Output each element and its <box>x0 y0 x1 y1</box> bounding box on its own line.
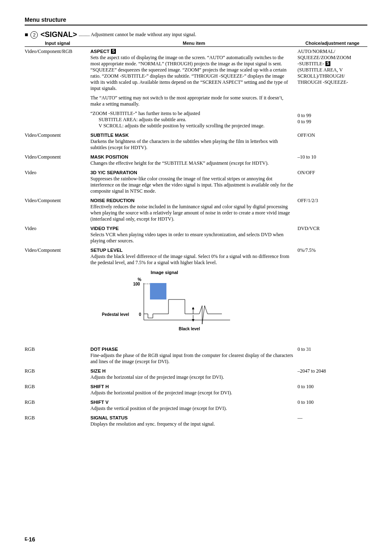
videotype-menu: VIDEO TYPE Selects VCR when playing vide… <box>90 226 297 244</box>
yc-sep-choice: ON/OFF <box>297 170 367 194</box>
yc-sep-row: Video 3D Y/C SEPARATION Suppresses the r… <box>25 170 367 194</box>
setup-menu: SETUP LEVEL Adjusts the black level diff… <box>90 247 297 266</box>
setup-label: SETUP LEVEL <box>90 248 122 253</box>
bullet-icon: ■ <box>25 32 28 38</box>
aspect-sub1: SUBTITLE AREA: adjusts the subtitle area… <box>99 117 186 122</box>
shifth-choice: 0 to 100 <box>297 384 367 396</box>
mask-position-row: Video/Component MASK POSITION Changes th… <box>25 154 367 166</box>
dotphase-choice: 0 to 31 <box>297 346 367 365</box>
aspect-p2: The “AUTO” setting may not switch to the… <box>90 95 283 107</box>
dotphase-input: RGB <box>25 346 90 365</box>
diagram-title: Image signal <box>99 270 230 275</box>
shifth-row: RGB SHIFT H Adjusts the horizontal posit… <box>25 384 367 396</box>
signal-desc: Adjustment cannot be made without any in… <box>90 32 196 38</box>
setup-input: Video/Component <box>25 247 90 266</box>
dotphase-label: DOT PHASE <box>90 347 118 352</box>
shifth-label: SHIFT H <box>90 384 109 389</box>
shiftv-label: SHIFT V <box>90 400 108 405</box>
status-row: RGB SIGNAL STATUS Displays the resolutio… <box>25 415 367 427</box>
shifth-input: RGB <box>25 384 90 396</box>
mask-position-label: MASK POSITION <box>90 154 128 159</box>
shiftv-desc: Adjusts the vertical position of the pro… <box>90 405 227 411</box>
aspect-input: Video/Component/RGB <box>25 48 90 129</box>
s-icon: S <box>111 49 116 54</box>
noise-row: Video/Component NOISE REDUCTION Effectiv… <box>25 198 367 222</box>
noise-menu: NOISE REDUCTION Effectively reduces the … <box>90 198 297 222</box>
yc-sep-label: 3D Y/C SEPARATION <box>90 170 137 175</box>
videotype-label: VIDEO TYPE <box>90 226 119 231</box>
aspect-menu: ASPECT S Sets the aspect ratio of displa… <box>90 48 297 129</box>
col-choice-header: Choice/adjustment range <box>297 41 367 46</box>
subtitle-mask-label: SUBTITLE MASK <box>90 133 129 138</box>
dots: ......... <box>79 32 90 38</box>
noise-desc: Effectively reduces the noise included i… <box>90 204 290 222</box>
status-menu: SIGNAL STATUS Displays the resolution an… <box>90 415 297 427</box>
noise-choice: OFF/1/2/3 <box>297 198 367 222</box>
subtitle-mask-input: Video/Component <box>25 132 90 151</box>
setup-choice: 0%/7.5% <box>297 247 367 266</box>
svg-rect-2 <box>150 283 166 299</box>
dotphase-desc: Fine-adjusts the phase of the RGB signal… <box>90 352 293 364</box>
sizeh-menu: SIZE H Adjusts the horizontal size of th… <box>90 368 297 380</box>
col-input-header: Input signal <box>25 41 90 46</box>
hundred-label: 100 <box>133 282 140 286</box>
shiftv-row: RGB SHIFT V Adjusts the vertical positio… <box>25 399 367 412</box>
s-icon: S <box>325 61 331 66</box>
sizeh-desc: Adjusts the horizontal size of the proje… <box>90 374 224 380</box>
videotype-desc: Selects VCR when playing video tapes in … <box>90 232 284 244</box>
yc-sep-input: Video <box>25 170 90 194</box>
aspect-p3: “ZOOM -SUBTITLE-” has further items to b… <box>90 111 200 116</box>
status-label: SIGNAL STATUS <box>90 415 128 420</box>
signal-heading-row: ■ 2 <SIGNAL> ......... Adjustment cannot… <box>25 30 367 39</box>
dotphase-row: RGB DOT PHASE Fine-adjusts the phase of … <box>25 346 367 365</box>
step-number-icon: 2 <box>30 31 38 39</box>
setup-desc: Adjusts the black level difference of th… <box>90 253 289 265</box>
signal-title: <SIGNAL> <box>40 30 77 39</box>
videotype-row: Video VIDEO TYPE Selects VCR when playin… <box>25 226 367 244</box>
yc-sep-menu: 3D Y/C SEPARATION Suppresses the rainbow… <box>90 170 297 194</box>
aspect-sub2: V SCROLL: adjusts the subtitle position … <box>99 123 265 129</box>
black-level-label: Black level <box>179 327 200 331</box>
noise-input: Video/Component <box>25 198 90 222</box>
subtitle-mask-desc: Darkens the brightness of the characters… <box>90 138 278 150</box>
sizeh-input: RGB <box>25 368 90 380</box>
shiftv-menu: SHIFT V Adjusts the vertical position of… <box>90 399 297 412</box>
zero-label: 0 <box>139 312 141 317</box>
pedestal-label: Pedestal level <box>102 312 129 317</box>
shifth-menu: SHIFT H Adjusts the horizontal position … <box>90 384 297 396</box>
setup-row: Video/Component SETUP LEVEL Adjusts the … <box>25 247 367 266</box>
shifth-desc: Adjusts the horizontal position of the p… <box>90 390 232 396</box>
mask-position-desc: Changes the effective height for the “SU… <box>90 160 269 166</box>
shiftv-choice: 0 to 100 <box>297 399 367 412</box>
svg-marker-7 <box>192 319 194 322</box>
dotphase-menu: DOT PHASE Fine-adjusts the phase of the … <box>90 346 297 365</box>
mask-position-choice: –10 to 10 <box>297 154 367 166</box>
videotype-input: Video <box>25 226 90 244</box>
col-menu-header: Menu item <box>90 41 297 46</box>
subtitle-mask-row: Video/Component SUBTITLE MASK Darkens th… <box>25 132 367 151</box>
section-header: Menu structure <box>25 16 367 25</box>
sizeh-label: SIZE H <box>90 368 106 373</box>
noise-label: NOISE REDUCTION <box>90 198 134 203</box>
mask-position-menu: MASK POSITION Changes the effective heig… <box>90 154 297 166</box>
percent-label: % <box>138 277 141 282</box>
signal-diagram-svg: % 100 0 Pedestal level Black level <box>99 275 238 332</box>
aspect-row: Video/Component/RGB ASPECT S Sets the as… <box>25 48 367 129</box>
sizeh-row: RGB SIZE H Adjusts the horizontal size o… <box>25 368 367 380</box>
sizeh-choice: –2047 to 2048 <box>297 368 367 380</box>
yc-sep-desc: Suppresses the rainbow-like color crossi… <box>90 176 293 194</box>
svg-marker-5 <box>192 307 194 309</box>
mask-position-input: Video/Component <box>25 154 90 166</box>
aspect-choice: AUTO/NORMAL/ SQUEEZE/ZOOM/ZOOM -SUBTITLE… <box>297 48 367 129</box>
shiftv-input: RGB <box>25 399 90 412</box>
aspect-label: ASPECT <box>90 49 110 54</box>
aspect-p1: Sets the aspect ratio of displaying the … <box>90 55 288 91</box>
status-choice: — <box>297 415 367 427</box>
subtitle-mask-choice: OFF/ON <box>297 132 367 151</box>
status-input: RGB <box>25 415 90 427</box>
column-headers: Input signal Menu item Choice/adjustment… <box>25 41 367 47</box>
subtitle-mask-menu: SUBTITLE MASK Darkens the brightness of … <box>90 132 297 151</box>
videotype-choice: DVD/VCR <box>297 226 367 244</box>
status-desc: Displays the resolution and sync. freque… <box>90 421 215 427</box>
image-signal-diagram: Image signal % 100 0 Pedestal level Blac… <box>99 270 367 334</box>
